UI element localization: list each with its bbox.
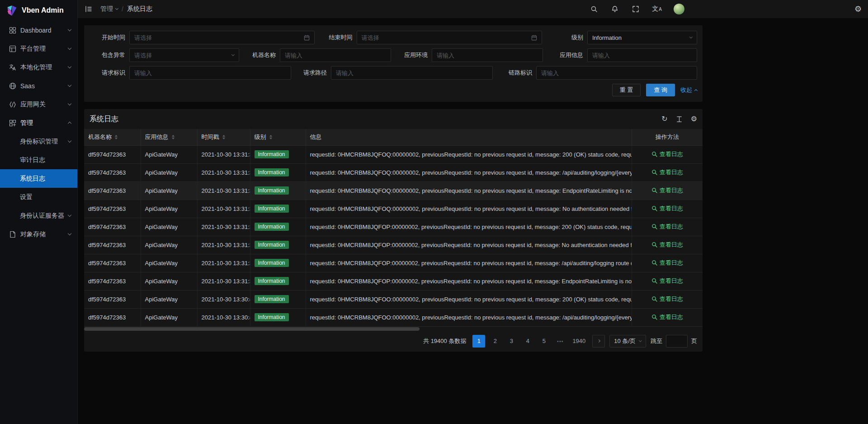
column-header-2[interactable]: 时间戳 bbox=[197, 129, 250, 145]
view-log-button[interactable]: 查看日志 bbox=[651, 259, 683, 267]
pagination-page-5[interactable]: 5 bbox=[538, 335, 550, 348]
cell-level: Information bbox=[250, 272, 306, 290]
sidebar-item-5-4[interactable]: 身份认证服务器 bbox=[0, 206, 77, 225]
translate-icon[interactable]: 文A bbox=[652, 5, 662, 14]
breadcrumb-current: 系统日志 bbox=[127, 5, 152, 13]
app-info-input[interactable] bbox=[592, 52, 692, 59]
sort-carets-icon bbox=[222, 135, 225, 139]
sidebar-item-1[interactable]: 平台管理 bbox=[0, 39, 77, 58]
app-info-field[interactable] bbox=[587, 48, 697, 62]
pagination-page-1[interactable]: 1 bbox=[472, 335, 485, 348]
horizontal-scrollbar[interactable] bbox=[84, 327, 703, 332]
request-id-input[interactable] bbox=[134, 70, 286, 76]
sidebar-item-5[interactable]: 管理 bbox=[0, 114, 77, 132]
column-header-1[interactable]: 应用信息 bbox=[141, 129, 197, 145]
request-path-field[interactable] bbox=[331, 66, 493, 80]
localization-icon bbox=[9, 64, 16, 71]
scrollbar-thumb[interactable] bbox=[84, 327, 420, 331]
cell-app-info: ApiGateWay bbox=[141, 218, 197, 236]
start-time-datepicker[interactable] bbox=[129, 31, 315, 44]
end-time-datepicker[interactable] bbox=[357, 31, 542, 44]
view-log-button[interactable]: 查看日志 bbox=[651, 313, 683, 321]
sidebar-item-5-1[interactable]: 审计日志 bbox=[0, 151, 77, 169]
view-log-button[interactable]: 查看日志 bbox=[651, 150, 683, 158]
sidebar-item-5-2[interactable]: 系统日志 bbox=[0, 169, 77, 188]
include-exception-select[interactable] bbox=[129, 48, 239, 62]
pagination-pages: 12345•••1940 bbox=[472, 335, 588, 348]
saas-icon bbox=[9, 82, 16, 90]
column-settings-gear-icon[interactable]: ⚙ bbox=[691, 115, 697, 123]
view-log-button[interactable]: 查看日志 bbox=[651, 168, 683, 176]
table-toolbar-icons: ↻ ⚙ bbox=[661, 115, 697, 123]
sidebar-item-5-3[interactable]: 设置 bbox=[0, 188, 77, 206]
filter-label: 链路标识 bbox=[493, 69, 536, 77]
reset-button[interactable]: 重 置 bbox=[612, 84, 641, 96]
cell-message: requestId: 0HMCRBM8JQFOO:00000002, previ… bbox=[306, 308, 632, 326]
trace-id-input[interactable] bbox=[541, 70, 692, 76]
notification-bell-icon[interactable] bbox=[610, 5, 619, 14]
sidebar-item-5-0[interactable]: 身份标识管理 bbox=[0, 132, 77, 151]
column-header-3[interactable]: 级别 bbox=[250, 129, 306, 145]
jump-page-input[interactable] bbox=[666, 335, 688, 348]
pagination-page-2[interactable]: 2 bbox=[489, 335, 501, 348]
level-select-value[interactable] bbox=[592, 34, 687, 41]
table-body: df5974d72363ApiGateWay2021-10-30 13:31:3… bbox=[84, 145, 703, 326]
cell-actions: 查看日志 bbox=[632, 218, 703, 236]
sidebar-item-4[interactable]: 应用网关 bbox=[0, 95, 77, 114]
sidebar-item-label: 管理 bbox=[20, 119, 68, 127]
trace-id-field[interactable] bbox=[536, 66, 697, 80]
filter-label: 包含异常 bbox=[90, 51, 129, 59]
page-size-select[interactable]: 10 条/页 bbox=[609, 335, 646, 348]
fullscreen-icon[interactable] bbox=[631, 5, 640, 14]
machine-name-input[interactable] bbox=[285, 52, 386, 59]
request-path-input[interactable] bbox=[336, 70, 488, 76]
pagination-page-1940[interactable]: 1940 bbox=[570, 335, 588, 348]
search-button[interactable]: 查 询 bbox=[646, 84, 675, 96]
menu-fold-icon[interactable] bbox=[84, 5, 93, 14]
app-env-input[interactable] bbox=[437, 52, 538, 59]
view-log-button[interactable]: 查看日志 bbox=[651, 277, 683, 285]
cell-actions: 查看日志 bbox=[632, 236, 703, 254]
table-row: df5974d72363ApiGateWay2021-10-30 13:31:3… bbox=[84, 254, 703, 272]
chevron-down-icon bbox=[231, 53, 235, 56]
sidebar-item-0[interactable]: Dashboard bbox=[0, 21, 77, 39]
sidebar-item-2[interactable]: 本地化管理 bbox=[0, 58, 77, 76]
sidebar-item-label: Saas bbox=[20, 82, 68, 90]
column-height-icon[interactable] bbox=[676, 116, 683, 123]
log-table: 机器名称应用信息时间戳级别信息操作方法 df5974d72363ApiGateW… bbox=[84, 129, 703, 327]
view-log-button[interactable]: 查看日志 bbox=[651, 186, 683, 195]
cell-timestamp: 2021-10-30 13:31:36 bbox=[197, 254, 250, 272]
refresh-icon[interactable]: ↻ bbox=[661, 115, 667, 123]
column-header-4: 信息 bbox=[306, 129, 632, 145]
search-icon[interactable] bbox=[590, 5, 599, 14]
pagination-page-4[interactable]: 4 bbox=[521, 335, 534, 348]
magnifier-icon bbox=[651, 151, 657, 157]
sidebar-item-3[interactable]: Saas bbox=[0, 76, 77, 95]
start-time-input[interactable] bbox=[134, 34, 301, 41]
filter-machine-name: 机器名称 bbox=[240, 48, 391, 62]
pagination-next-button[interactable] bbox=[592, 335, 605, 348]
settings-gear-icon[interactable]: ⚙ bbox=[854, 5, 863, 14]
breadcrumb-parent[interactable]: 管理 bbox=[100, 5, 118, 13]
view-log-button[interactable]: 查看日志 bbox=[651, 295, 683, 303]
avatar[interactable] bbox=[674, 4, 684, 14]
sidebar-item-6[interactable]: 对象存储 bbox=[0, 225, 77, 243]
cell-actions: 查看日志 bbox=[632, 145, 703, 163]
magnifier-icon bbox=[651, 187, 657, 193]
logo[interactable]: Vben Admin bbox=[0, 0, 77, 21]
request-id-field[interactable] bbox=[129, 66, 291, 80]
view-log-button[interactable]: 查看日志 bbox=[651, 205, 683, 213]
filter-end-time: 结束时间 bbox=[317, 31, 542, 44]
cell-actions: 查看日志 bbox=[632, 272, 703, 290]
end-time-input[interactable] bbox=[362, 34, 528, 41]
column-header-0[interactable]: 机器名称 bbox=[84, 129, 141, 145]
collapse-link[interactable]: 收起 bbox=[680, 86, 697, 94]
app-env-field[interactable] bbox=[432, 48, 543, 62]
machine-name-field[interactable] bbox=[280, 48, 391, 62]
include-exception-value[interactable] bbox=[134, 52, 229, 59]
level-select[interactable] bbox=[587, 31, 697, 44]
pagination-page-3[interactable]: 3 bbox=[505, 335, 518, 348]
view-log-button[interactable]: 查看日志 bbox=[651, 223, 683, 231]
jump-prefix-label: 跳至 bbox=[651, 337, 662, 345]
view-log-button[interactable]: 查看日志 bbox=[651, 241, 683, 249]
